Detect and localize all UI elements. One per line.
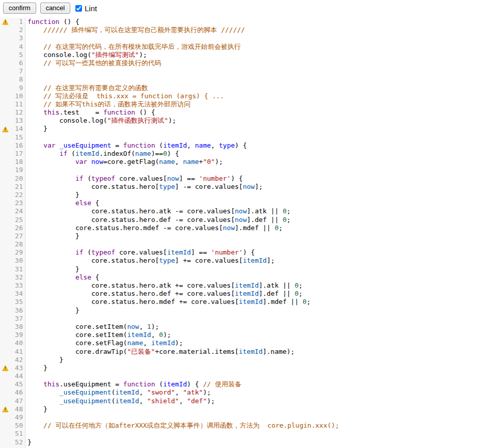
code-line: 13 console.log("插件函数执行测试"); <box>0 117 490 125</box>
line-number: 44 <box>10 372 25 380</box>
gutter-marker-cell <box>0 158 10 166</box>
code-line-text[interactable]: if (itemId.indexOf(name)==0) { <box>25 150 490 158</box>
line-number: 16 <box>10 142 25 150</box>
code-line-text[interactable]: core.setItem(now, 1); <box>25 323 490 331</box>
warning-icon: ! <box>2 19 9 25</box>
code-line-text[interactable]: // 在这里写的代码，在所有模块加载完毕后，游戏开始前会被执行 <box>25 43 490 51</box>
code-line-text[interactable]: console.log("插件编写测试"); <box>25 51 490 59</box>
code-line-text[interactable] <box>25 430 490 438</box>
code-line: 18 var now=core.getFlag(name, name+"0"); <box>0 158 490 166</box>
code-line-text[interactable]: } <box>25 232 490 240</box>
line-number: 34 <box>10 290 25 298</box>
code-line: 52} <box>0 438 490 446</box>
line-number: 20 <box>10 175 25 183</box>
code-line-text[interactable]: if (typeof core.values[now] == 'number')… <box>25 175 490 183</box>
code-line-text[interactable]: // 可以在任何地方（如afterXXX或自定义脚本事件）调用函数，方法为 co… <box>25 422 490 430</box>
code-line-text[interactable] <box>25 75 490 83</box>
code-line-text[interactable]: } <box>25 306 490 315</box>
code-line-text[interactable]: // 写法必须是 this.xxx = function (args) { ..… <box>25 92 490 100</box>
lint-warning-marker[interactable]: ! <box>0 18 10 26</box>
code-line-text[interactable]: ////// 插件编写，可以在这里写自己额外需要执行的脚本 ////// <box>25 26 490 34</box>
toolbar: confirm cancel Lint <box>0 0 490 16</box>
code-line-text[interactable]: } <box>25 438 490 446</box>
cancel-button[interactable]: cancel <box>40 3 71 14</box>
line-number: 45 <box>10 380 25 388</box>
code-line: !1function () { <box>0 18 490 26</box>
line-number: 37 <box>10 315 25 323</box>
line-number: 4 <box>10 43 25 51</box>
gutter-marker-cell <box>0 191 10 199</box>
lint-toggle[interactable]: Lint <box>75 4 97 13</box>
lint-warning-marker[interactable]: ! <box>0 125 10 133</box>
code-line-text[interactable]: _useEquipment(itemId, "shield", "def"); <box>25 397 490 405</box>
code-line-text[interactable]: core.status.hero.def -= core.values[now]… <box>25 216 490 224</box>
code-line-text[interactable]: // 可以写一些其他的被直接执行的代码 <box>25 59 490 67</box>
gutter-marker-cell <box>0 413 10 422</box>
line-number: 27 <box>10 232 25 240</box>
code-line: !43 } <box>0 364 490 372</box>
code-line: 16 var _useEquipment = function (itemId,… <box>0 142 490 150</box>
code-line-text[interactable] <box>25 67 490 75</box>
code-line-text[interactable]: var _useEquipment = function (itemId, na… <box>25 142 490 150</box>
code-line-text[interactable]: } <box>25 265 490 273</box>
code-line-text[interactable]: else { <box>25 273 490 282</box>
code-line-text[interactable]: this.test = function () { <box>25 108 490 117</box>
code-line-text[interactable] <box>25 315 490 323</box>
code-line-text[interactable]: core.status.hero[type] += core.values[it… <box>25 257 490 265</box>
svg-text:!: ! <box>4 127 7 132</box>
code-line: 39 core.setItem(itemId, 0); <box>0 331 490 339</box>
line-number: 18 <box>10 158 25 166</box>
warning-icon: ! <box>2 406 9 412</box>
line-number: 31 <box>10 265 25 273</box>
code-line: 45 this.useEquipment = function (itemId)… <box>0 380 490 388</box>
code-line: 38 core.setItem(now, 1); <box>0 323 490 331</box>
lint-checkbox[interactable] <box>75 5 82 12</box>
svg-text:!: ! <box>4 366 7 371</box>
code-line-text[interactable]: } <box>25 364 490 372</box>
code-line-text[interactable]: core.status.hero.atk += core.values[item… <box>25 282 490 290</box>
code-line-text[interactable]: // 如果不写this的话，函数将无法被外部所访问 <box>25 100 490 108</box>
code-line-text[interactable]: core.status.hero.mdef -= core.values[now… <box>25 224 490 232</box>
gutter-marker-cell <box>0 142 10 150</box>
code-line-text[interactable]: core.status.hero.mdef += core.values[ite… <box>25 298 490 306</box>
code-editor[interactable]: !1function () {2 ////// 插件编写，可以在这里写自己额外需… <box>0 16 490 448</box>
gutter-marker-cell <box>0 216 10 224</box>
gutter-marker-cell <box>0 257 10 265</box>
confirm-button[interactable]: confirm <box>3 3 36 14</box>
code-line-text[interactable] <box>25 133 490 142</box>
code-line: 25 core.status.hero.def -= core.values[n… <box>0 216 490 224</box>
code-line-text[interactable]: _useEquipment(itemId, "sword", "atk"); <box>25 388 490 397</box>
code-line-text[interactable]: this.useEquipment = function (itemId) { … <box>25 380 490 388</box>
code-line: 24 core.status.hero.atk -= core.values[n… <box>0 207 490 215</box>
code-line: 31 } <box>0 265 490 273</box>
code-line-text[interactable]: core.status.hero.atk -= core.values[now]… <box>25 207 490 215</box>
gutter-marker-cell <box>0 75 10 83</box>
code-line-text[interactable]: } <box>25 405 490 413</box>
code-line-text[interactable] <box>25 34 490 42</box>
code-line-text[interactable]: core.status.hero[type] -= core.values[no… <box>25 183 490 191</box>
code-line-text[interactable]: core.setItem(itemId, 0); <box>25 331 490 339</box>
code-line-text[interactable]: } <box>25 191 490 199</box>
code-line-text[interactable]: // 在这里写所有需要自定义的函数 <box>25 84 490 92</box>
code-line-text[interactable] <box>25 240 490 248</box>
line-number: 3 <box>10 34 25 42</box>
code-line-text[interactable] <box>25 413 490 422</box>
code-line-text[interactable]: console.log("插件函数执行测试"); <box>25 117 490 125</box>
code-line-text[interactable]: core.setFlag(name, itemId); <box>25 339 490 347</box>
code-line-text[interactable] <box>25 372 490 380</box>
code-line-text[interactable]: var now=core.getFlag(name, name+"0"); <box>25 158 490 166</box>
gutter-marker-cell <box>0 306 10 315</box>
code-line-text[interactable]: if (typeof core.values[itemId] == 'numbe… <box>25 248 490 257</box>
lint-warning-marker[interactable]: ! <box>0 405 10 413</box>
code-line-text[interactable]: } <box>25 356 490 364</box>
code-line-text[interactable]: core.status.hero.def += core.values[item… <box>25 290 490 298</box>
code-line-text[interactable]: function () { <box>25 18 490 26</box>
code-line-text[interactable]: } <box>25 125 490 133</box>
code-line: 21 core.status.hero[type] -= core.values… <box>0 183 490 191</box>
code-line-text[interactable] <box>25 166 490 174</box>
code-line: 44 <box>0 372 490 380</box>
code-line-text[interactable]: else { <box>25 199 490 207</box>
code-line-text[interactable]: core.drawTip("已装备"+core.material.items[i… <box>25 348 490 356</box>
lint-warning-marker[interactable]: ! <box>0 364 10 372</box>
line-number: 41 <box>10 348 25 356</box>
